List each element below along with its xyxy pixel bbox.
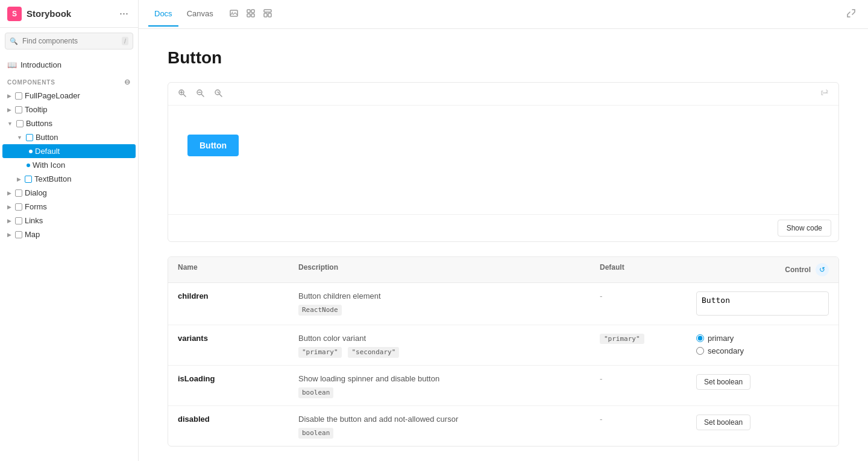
image-view-icon[interactable] <box>229 8 239 21</box>
prop-desc-isloading: Show loading spinner and disable button … <box>298 373 600 398</box>
prop-type-disabled: boolean <box>298 428 333 439</box>
sidebar-item-default[interactable]: Default <box>2 144 136 158</box>
col-name: Name <box>178 263 298 276</box>
sidebar-item-map[interactable]: ▶ Map <box>0 227 138 241</box>
prop-type-isloading: boolean <box>298 387 333 399</box>
chevron-icon: ▼ <box>7 121 13 127</box>
component-icon <box>15 217 22 224</box>
svg-rect-8 <box>268 13 271 17</box>
chevron-icon: ▼ <box>17 135 22 141</box>
layout-view-icon[interactable] <box>263 8 272 21</box>
tree-label: TextButton <box>34 174 71 183</box>
prop-name-disabled: disabled <box>178 413 298 424</box>
zoom-in-button[interactable] <box>175 87 189 100</box>
search-input[interactable] <box>5 33 133 49</box>
prop-row-isloading: isLoading Show loading spinner and disab… <box>168 366 838 406</box>
tree-label: Forms <box>25 202 47 211</box>
zoom-out-button[interactable] <box>193 87 207 100</box>
share-button[interactable] <box>818 87 831 100</box>
set-boolean-isloading[interactable]: Set boolean <box>696 374 750 390</box>
tree-label: Tooltip <box>25 105 48 114</box>
component-icon <box>25 176 32 183</box>
grid-view-icon[interactable] <box>246 8 256 21</box>
props-table: Name Description Default Control ↺ child… <box>168 256 839 447</box>
chevron-icon: ▶ <box>7 232 11 238</box>
prop-type-secondary: "secondary" <box>348 347 399 358</box>
tree-label: Dialog <box>25 188 47 197</box>
reset-controls-button[interactable]: ↺ <box>816 263 829 276</box>
sidebar-item-links[interactable]: ▶ Links <box>0 214 138 227</box>
main-panel: Docs Canvas Button <box>139 0 868 461</box>
prop-type-primary: "primary" <box>298 347 342 358</box>
chevron-icon: ▶ <box>7 204 11 210</box>
expand-icon[interactable] <box>844 6 858 23</box>
radio-secondary-label: secondary <box>708 346 744 355</box>
sidebar-menu-button[interactable]: ··· <box>117 6 131 21</box>
svg-point-1 <box>231 11 233 13</box>
prop-name-isloading: isLoading <box>178 373 298 383</box>
chevron-icon: ▶ <box>7 218 11 224</box>
sidebar-nav: 📖 Introduction COMPONENTS ⊖ ▶ FullPageLo… <box>0 54 138 244</box>
children-textarea[interactable]: Button <box>696 291 829 316</box>
prop-name-children: children <box>178 290 298 300</box>
component-icon <box>15 189 22 197</box>
prop-row-disabled: disabled Disable the button and add not-… <box>168 406 838 446</box>
component-icon <box>16 120 24 127</box>
tree-label: Default <box>35 147 60 156</box>
story-dot-icon <box>29 150 33 153</box>
preview-box: Button Show code <box>168 82 839 242</box>
chevron-icon: ▶ <box>17 176 21 182</box>
tab-docs[interactable]: Docs <box>148 2 178 27</box>
radio-secondary[interactable]: secondary <box>696 346 829 355</box>
sidebar-item-tooltip[interactable]: ▶ Tooltip <box>0 103 138 116</box>
sidebar: S Storybook ··· 🔍 / 📖 Introduction COMPO… <box>0 0 139 461</box>
page-title: Button <box>168 48 839 68</box>
preview-toolbar <box>168 83 838 106</box>
col-control: Control <box>785 265 811 274</box>
sidebar-item-fullpageloader[interactable]: ▶ FullPageLoader <box>0 89 138 103</box>
sidebar-brand: S Storybook <box>7 7 71 21</box>
prop-control-children: Button <box>696 290 829 317</box>
prop-default-variants: "primary" <box>600 332 696 344</box>
sidebar-header: S Storybook ··· <box>0 0 138 28</box>
svg-line-14 <box>201 94 204 97</box>
component-icon <box>15 92 22 100</box>
svg-rect-3 <box>251 10 254 13</box>
radio-primary[interactable]: primary <box>696 334 829 343</box>
sidebar-item-textbutton[interactable]: ▶ TextButton <box>0 172 138 186</box>
radio-primary-input[interactable] <box>696 334 704 342</box>
set-boolean-disabled[interactable]: Set boolean <box>696 415 750 430</box>
tab-canvas[interactable]: Canvas <box>181 2 219 27</box>
prop-desc-disabled: Disable the button and add not-allowed c… <box>298 413 600 439</box>
storybook-logo: S <box>7 7 22 21</box>
sidebar-item-buttons[interactable]: ▼ Buttons <box>0 116 138 130</box>
prop-control-isloading: Set boolean <box>696 373 829 390</box>
svg-rect-2 <box>247 10 250 13</box>
main-content: Button <box>139 29 868 461</box>
sidebar-item-introduction[interactable]: 📖 Introduction <box>0 57 138 73</box>
preview-footer: Show code <box>168 214 838 241</box>
sidebar-search-wrapper: 🔍 / <box>5 33 133 49</box>
tree-label: Buttons <box>26 119 52 128</box>
demo-button[interactable]: Button <box>187 135 239 156</box>
show-code-button[interactable]: Show code <box>778 220 831 237</box>
prop-default-isloading: - <box>600 373 696 383</box>
zoom-reset-button[interactable] <box>212 87 225 100</box>
col-control-wrapper: Control ↺ <box>696 263 829 276</box>
sidebar-item-dialog[interactable]: ▶ Dialog <box>0 186 138 200</box>
chevron-icon: ▶ <box>7 190 11 196</box>
brand-name: Storybook <box>27 8 71 19</box>
topbar-tabs: Docs Canvas <box>148 2 272 27</box>
svg-rect-7 <box>264 13 267 17</box>
sidebar-item-with-icon[interactable]: With Icon <box>0 158 138 172</box>
col-description: Description <box>298 263 600 276</box>
search-shortcut: / <box>122 37 128 45</box>
svg-rect-5 <box>251 14 254 17</box>
radio-secondary-input[interactable] <box>696 347 704 355</box>
section-toggle[interactable]: ⊖ <box>124 78 131 86</box>
svg-rect-0 <box>230 10 237 16</box>
sidebar-item-button[interactable]: ▼ Button <box>0 130 138 144</box>
topbar-right <box>844 6 858 23</box>
book-icon: 📖 <box>7 60 17 69</box>
sidebar-item-forms[interactable]: ▶ Forms <box>0 200 138 214</box>
